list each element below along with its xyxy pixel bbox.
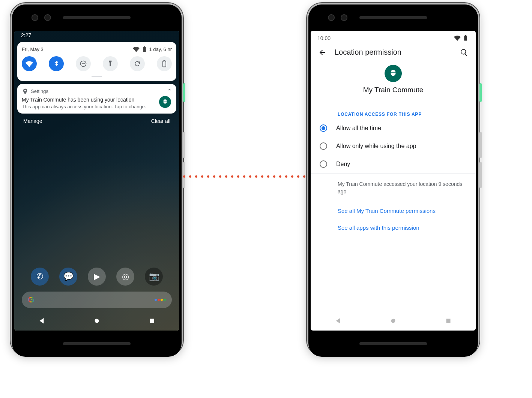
qs-rotate-toggle[interactable] (130, 56, 145, 71)
bluetooth-icon (53, 60, 60, 67)
permission-option-0[interactable]: Allow all the time (311, 119, 476, 137)
power-button (479, 83, 482, 102)
battery-icon (462, 34, 469, 41)
qs-battery-toggle[interactable] (157, 56, 172, 71)
see-all-apps-link[interactable]: See all apps with this permission (311, 219, 476, 236)
back-icon[interactable] (318, 48, 326, 57)
play-store-icon[interactable]: ▶ (88, 268, 106, 286)
volume-up-button (183, 132, 185, 158)
android-icon (162, 99, 168, 105)
nav-back-icon[interactable] (334, 317, 342, 325)
nav-home-icon[interactable] (93, 317, 101, 325)
nav-back-icon[interactable] (38, 317, 46, 325)
notification-card[interactable]: Settings ⌃ My Train Commute has been usi… (17, 84, 176, 114)
qs-expand-handle[interactable] (92, 76, 102, 77)
quick-settings-card: Fri, May 3 1 day, 6 hr (17, 42, 176, 81)
see-app-permissions-link[interactable]: See all My Train Commute permissions (311, 202, 476, 219)
phone-right: 10:00 Location permission My Train Commu… (307, 3, 479, 355)
bezel-bottom (12, 331, 182, 357)
svg-rect-1 (82, 63, 85, 64)
status-bar: 2:27 (14, 31, 179, 42)
chrome-icon[interactable]: ◎ (116, 268, 134, 286)
svg-point-4 (391, 319, 395, 323)
svg-rect-3 (150, 319, 154, 323)
messages-app-icon[interactable]: 💬 (59, 268, 77, 286)
status-bar: 10:00 (311, 31, 476, 43)
svg-point-2 (95, 319, 99, 323)
qs-dnd-toggle[interactable] (76, 56, 91, 71)
google-logo: G (28, 295, 34, 305)
search-bar[interactable]: G (22, 292, 172, 308)
volume-up-button (479, 132, 482, 158)
app-hero: My Train Commute (311, 58, 476, 104)
bezel-top (308, 4, 478, 31)
nav-recents-icon[interactable] (444, 317, 452, 325)
rotate-icon (134, 60, 141, 67)
app-icon (159, 96, 171, 108)
qs-toggles (22, 55, 172, 73)
dock: ✆ 💬 ▶ ◎ 📷 (14, 268, 179, 286)
app-icon (385, 65, 402, 82)
screen-right: 10:00 Location permission My Train Commu… (311, 31, 476, 331)
app-name: My Train Commute (311, 86, 476, 94)
android-icon (388, 69, 398, 78)
notification-shade[interactable]: Fri, May 3 1 day, 6 hr Settings (17, 42, 176, 114)
assistant-icon[interactable] (155, 299, 166, 301)
shade-actions: Manage Clear all (14, 114, 179, 129)
nav-recents-icon[interactable] (148, 317, 156, 325)
screen-left: 2:27 Fri, May 3 1 day, 6 hr (14, 31, 179, 331)
status-time: 10:00 (317, 35, 331, 41)
volume-down-button (479, 162, 482, 188)
nav-home-icon[interactable] (389, 317, 397, 325)
battery-icon (161, 60, 168, 67)
permission-option-2[interactable]: Deny (311, 155, 476, 173)
search-icon[interactable] (460, 48, 468, 57)
clear-all-button[interactable]: Clear all (151, 118, 170, 124)
qs-wifi-toggle[interactable] (22, 56, 37, 71)
phone-left: 2:27 Fri, May 3 1 day, 6 hr (11, 3, 183, 355)
qs-battery-label: 1 day, 6 hr (149, 46, 172, 52)
wifi-icon (133, 46, 140, 52)
svg-rect-5 (446, 319, 450, 323)
phone-app-icon[interactable]: ✆ (31, 268, 49, 286)
radio-icon (320, 142, 327, 150)
section-label: LOCATION ACCESS FOR THIS APP (311, 104, 476, 119)
navigation-bar (311, 311, 476, 331)
permission-option-label: Allow all the time (336, 125, 381, 132)
page-title: Location permission (335, 48, 452, 57)
qs-bluetooth-toggle[interactable] (49, 56, 64, 71)
access-info: My Train Commute accessed your location … (311, 174, 476, 202)
permission-option-label: Allow only while using the app (336, 143, 416, 150)
permission-options: Allow all the timeAllow only while using… (311, 119, 476, 173)
notification-subtitle: This app can always access your location… (22, 103, 172, 110)
camera-icon[interactable]: 📷 (145, 268, 163, 286)
notification-title: My Train Commute has been using your loc… (22, 96, 172, 103)
qs-flashlight-toggle[interactable] (103, 56, 118, 71)
manage-button[interactable]: Manage (23, 118, 42, 124)
status-time: 2:27 (21, 32, 31, 38)
settings-header: Location permission (311, 43, 476, 58)
permission-option-1[interactable]: Allow only while using the app (311, 137, 476, 155)
wifi-icon (26, 60, 33, 67)
bezel-top (12, 4, 182, 31)
flashlight-icon (107, 60, 114, 67)
location-icon (22, 88, 29, 95)
chevron-up-icon[interactable]: ⌃ (167, 88, 172, 95)
stage: 2:27 Fri, May 3 1 day, 6 hr (0, 0, 532, 398)
dnd-icon (80, 60, 87, 67)
qs-status: 1 day, 6 hr (133, 46, 172, 52)
battery-icon (141, 46, 148, 52)
wifi-icon (454, 34, 461, 41)
permission-option-label: Deny (336, 161, 350, 168)
navigation-bar (14, 311, 179, 331)
notification-source: Settings (31, 88, 48, 94)
status-icons (454, 34, 469, 42)
bezel-bottom (308, 331, 478, 357)
radio-icon (320, 124, 327, 132)
power-button (183, 83, 185, 102)
qs-date: Fri, May 3 (22, 46, 44, 52)
radio-icon (320, 160, 327, 168)
